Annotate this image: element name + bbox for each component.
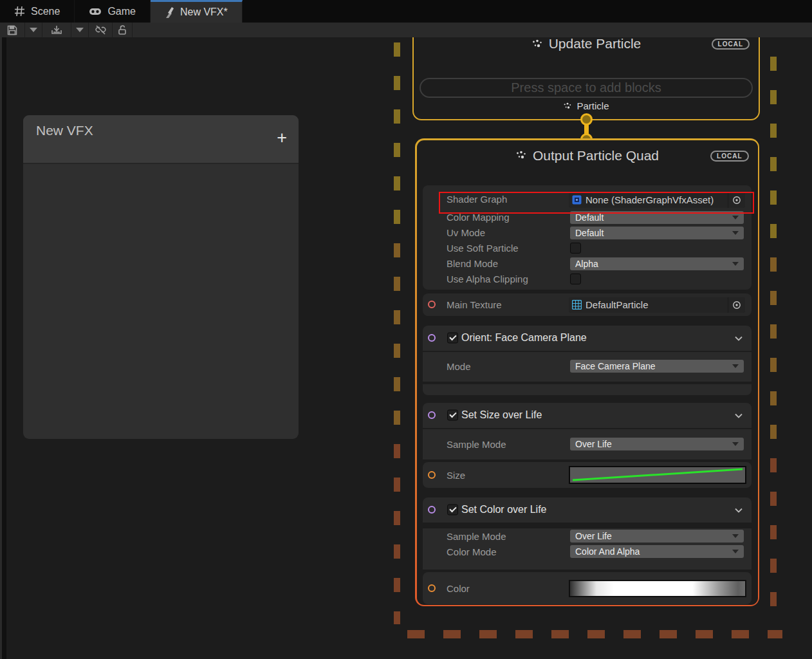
use-soft-particle-checkbox[interactable] <box>570 243 581 254</box>
save-icon <box>7 25 17 35</box>
output-node-title: Output Particle Quad <box>533 148 659 163</box>
set-size-block-port[interactable] <box>428 411 436 419</box>
orient-block-header[interactable]: Orient: Face Camera Plane <box>423 326 752 351</box>
main-texture-port[interactable] <box>428 301 436 308</box>
output-node-header: Output Particle Quad <box>417 140 758 163</box>
set-color-enabled-checkbox[interactable] <box>447 505 458 515</box>
orient-mode-label: Mode <box>447 361 471 372</box>
add-blocks-placeholder[interactable]: Press space to add blocks <box>420 78 753 98</box>
update-node-header: Update Particle <box>414 37 759 51</box>
orient-block-footer <box>423 384 752 395</box>
set-size-block-header[interactable]: Set Size over Life <box>423 403 752 428</box>
blackboard-panel: New VFX + <box>23 115 299 439</box>
output-settings-panel: Shader Graph None (ShaderGraphVfxAsset) <box>423 185 752 290</box>
uv-mode-dropdown[interactable]: Default <box>570 227 744 239</box>
use-alpha-clipping-row: Use Alpha Clipping <box>423 272 752 287</box>
orient-block-port[interactable] <box>428 334 436 342</box>
tab-game[interactable]: Game <box>75 0 151 23</box>
local-badge: LOCAL <box>710 151 748 162</box>
flow-port-label: Particle <box>577 100 609 111</box>
lock-toggle-button[interactable] <box>113 23 133 37</box>
scene-grid-icon <box>14 6 25 17</box>
main-texture-label: Main Texture <box>447 299 502 310</box>
use-alpha-clipping-checkbox[interactable] <box>570 274 581 284</box>
size-sample-mode-dropdown[interactable]: Over Life <box>570 438 744 450</box>
set-color-block-body: Sample Mode Over Life Color Mode Color A… <box>423 528 752 570</box>
unlink-button[interactable] <box>89 23 113 37</box>
tab-game-label: Game <box>107 6 136 17</box>
orient-enabled-checkbox[interactable] <box>447 333 458 344</box>
color-mode-dropdown[interactable]: Color And Alpha <box>570 545 744 558</box>
dropdown-caret-icon <box>76 28 84 32</box>
object-picker-icon[interactable] <box>728 192 745 208</box>
set-color-block-header[interactable]: Set Color over Life <box>423 497 752 523</box>
size-curve-field[interactable] <box>569 466 746 484</box>
shader-graph-row: Shader Graph None (ShaderGraphVfxAsset) <box>423 192 752 210</box>
color-sample-mode-label: Sample Mode <box>447 531 506 542</box>
left-edge-strip <box>0 37 6 659</box>
system-dash-border-left <box>394 42 400 624</box>
set-size-block-body: Sample Mode Over Life <box>423 429 752 459</box>
main-texture-row: Main Texture DefaultParticle <box>423 293 752 316</box>
color-sample-mode-dropdown[interactable]: Over Life <box>570 530 744 543</box>
chevron-down-icon[interactable] <box>735 504 743 515</box>
save-as-dropdown-button[interactable] <box>71 23 89 37</box>
orient-mode-dropdown[interactable]: Face Camera Plane <box>570 360 744 373</box>
color-mode-label: Color Mode <box>447 546 497 557</box>
blend-mode-dropdown[interactable]: Alpha <box>570 257 744 270</box>
size-curve-row: Size <box>423 462 752 488</box>
object-picker-icon[interactable] <box>728 297 745 313</box>
save-as-button[interactable] <box>42 23 71 37</box>
flow-output-anchor: Particle <box>414 100 759 111</box>
tab-new-vfx[interactable]: New VFX* <box>151 0 243 23</box>
size-label: Size <box>447 470 465 481</box>
tab-scene-label: Scene <box>31 6 60 17</box>
blackboard-add-button[interactable]: + <box>277 128 287 147</box>
shader-graph-object-field[interactable]: None (ShaderGraphVfxAsset) <box>569 192 745 208</box>
set-color-block-title: Set Color over Life <box>461 504 547 515</box>
main-texture-object-field[interactable]: DefaultParticle <box>569 297 745 313</box>
chevron-down-icon[interactable] <box>735 409 743 421</box>
flow-output-port[interactable] <box>580 113 593 125</box>
tab-scene[interactable]: Scene <box>0 0 75 23</box>
local-badge: LOCAL <box>712 39 750 50</box>
color-sample-mode-row: Sample Mode Over Life <box>423 528 752 544</box>
texture-asset-icon <box>572 300 582 310</box>
size-curve-line <box>570 467 745 483</box>
size-sample-mode-row: Sample Mode Over Life <box>423 429 752 445</box>
system-dash-border-bottom <box>407 630 782 638</box>
shader-graph-value: None (ShaderGraphVfxAsset) <box>582 194 728 205</box>
color-mapping-row: Color Mapping Default <box>423 210 752 225</box>
graph-canvas[interactable]: New VFX + Update Particle LOCAL Press sp… <box>0 37 812 659</box>
shader-graph-asset-icon <box>572 195 582 205</box>
save-dropdown-button[interactable] <box>25 23 42 37</box>
color-gradient-row: Color <box>423 572 752 604</box>
color-port[interactable] <box>428 584 436 592</box>
blend-mode-label: Blend Mode <box>447 258 498 269</box>
particle-icon <box>531 39 543 49</box>
shader-graph-label: Shader Graph <box>447 194 507 205</box>
size-port[interactable] <box>428 471 436 479</box>
color-mapping-label: Color Mapping <box>447 212 510 223</box>
chevron-down-icon[interactable] <box>735 332 743 344</box>
vfx-asset-icon <box>165 7 174 18</box>
blackboard-title: New VFX <box>36 123 93 138</box>
color-gradient-field[interactable] <box>569 580 746 597</box>
update-node-title: Update Particle <box>549 37 641 51</box>
orient-block-body: Mode Face Camera Plane <box>423 352 752 382</box>
update-particle-node[interactable]: Update Particle LOCAL Press space to add… <box>412 37 760 120</box>
size-sample-mode-label: Sample Mode <box>447 439 506 450</box>
output-particle-quad-node[interactable]: Output Particle Quad LOCAL Shader Graph … <box>415 138 759 606</box>
save-button[interactable] <box>0 23 25 37</box>
orient-block-title: Orient: Face Camera Plane <box>461 332 587 344</box>
set-size-block-title: Set Size over Life <box>461 409 542 421</box>
set-size-enabled-checkbox[interactable] <box>447 410 458 421</box>
broken-link-icon <box>95 25 107 35</box>
particle-icon <box>563 102 572 110</box>
set-color-block-port[interactable] <box>428 506 436 514</box>
tab-new-vfx-label: New VFX* <box>180 6 228 18</box>
dropdown-caret-icon <box>30 28 37 32</box>
color-mapping-dropdown[interactable]: Default <box>570 211 744 224</box>
color-label: Color <box>447 583 470 594</box>
particle-icon <box>515 151 527 160</box>
